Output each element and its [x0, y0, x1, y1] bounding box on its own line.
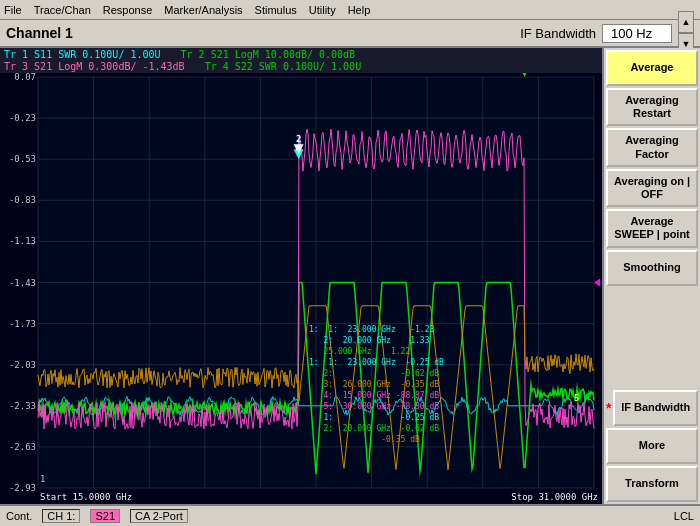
average-sweep-point-button[interactable]: Average SWEEP | point [606, 209, 698, 247]
menu-stimulus[interactable]: Stimulus [255, 4, 297, 16]
trace-4-info: Tr 4 S22 SWR 0.100U/ 1.00U [205, 61, 362, 72]
menu-utility[interactable]: Utility [309, 4, 336, 16]
channel-title: Channel 1 [6, 25, 73, 41]
asterisk-if-bandwidth-row: * IF Bandwidth [606, 390, 698, 426]
scroll-up-btn[interactable]: ▲ [678, 11, 694, 33]
more-button[interactable]: More [606, 428, 698, 464]
status-trace[interactable]: S21 [90, 509, 120, 523]
asterisk: * [606, 400, 611, 416]
main-layout: Tr 1 S11 SWR 0.100U/ 1.00U Tr 2 S21 LogM… [0, 48, 700, 504]
spacer [606, 288, 698, 389]
if-bandwidth-label: IF Bandwidth [520, 26, 596, 41]
chart-area: Start 15.0000 GHz Stop 31.0000 GHz [0, 73, 602, 504]
status-cont: Cont. [6, 510, 32, 522]
averaging-on-off-button[interactable]: Averaging on | OFF [606, 169, 698, 207]
averaging-factor-button[interactable]: Averaging Factor [606, 128, 698, 166]
average-button[interactable]: Average [606, 50, 698, 86]
status-mode: CA 2-Port [130, 509, 188, 523]
if-bandwidth-value[interactable]: 100 Hz [602, 24, 672, 43]
menu-marker-analysis[interactable]: Marker/Analysis [164, 4, 242, 16]
transform-button[interactable]: Transform [606, 466, 698, 502]
right-panel: Average Averaging Restart Averaging Fact… [602, 48, 700, 504]
status-bar: Cont. CH 1: S21 CA 2-Port LCL [0, 504, 700, 526]
header-bar: Channel 1 IF Bandwidth 100 Hz ▲ ▼ [0, 20, 700, 48]
menu-help[interactable]: Help [348, 4, 371, 16]
menu-response[interactable]: Response [103, 4, 153, 16]
trace-1-info: Tr 1 S11 SWR 0.100U/ 1.00U [4, 49, 161, 60]
menu-trace-chan[interactable]: Trace/Chan [34, 4, 91, 16]
chart-wrapper: Tr 1 S11 SWR 0.100U/ 1.00U Tr 2 S21 LogM… [0, 48, 602, 504]
status-ch: CH 1: [42, 509, 80, 523]
chart-canvas [0, 73, 602, 504]
averaging-restart-button[interactable]: Averaging Restart [606, 88, 698, 126]
menu-file[interactable]: File [4, 4, 22, 16]
if-bandwidth-button[interactable]: IF Bandwidth [613, 390, 698, 426]
trace-2-info: Tr 2 S21 LogM 10.00dB/ 0.00dB [181, 49, 356, 60]
smoothing-button[interactable]: Smoothing [606, 250, 698, 286]
trace-info-bar: Tr 1 S11 SWR 0.100U/ 1.00U Tr 2 S21 LogM… [0, 48, 602, 73]
status-lcl: LCL [674, 510, 694, 522]
trace-3-info: Tr 3 S21 LogM 0.300dB/ -1.43dB [4, 61, 185, 72]
